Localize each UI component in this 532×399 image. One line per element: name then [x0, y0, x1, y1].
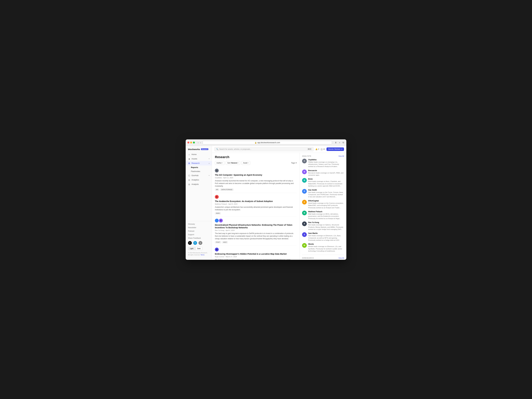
twitter-icon[interactable]: ✕ [188, 241, 192, 245]
author-filter[interactable]: Author ▾ [215, 161, 225, 165]
sidebar-podcast[interactable]: Podcast [186, 229, 212, 233]
sidebar-item-research[interactable]: ⊞ Research ▴ [186, 161, 212, 165]
nav-research-label: Research [191, 162, 200, 164]
analyst-item-7: S Sam Martin Sam leads coverage on Ether… [302, 232, 344, 241]
tag-pokt[interactable]: POKT [215, 241, 221, 243]
tag-ar[interactable]: AR [215, 189, 219, 191]
tags-button[interactable]: Tags ▾ [291, 162, 297, 164]
tag-aioz[interactable]: AIOZ [222, 241, 228, 243]
sidebar-item-flashnotes[interactable]: Flashnotes [186, 169, 212, 173]
filter-bar: Author ▾ Sort Newest ▾ Asset ▾ [215, 161, 297, 165]
right-sidebar: ANALYSTS View All O Oxpibblez Pibblez le… [300, 153, 346, 260]
tag-avax-2[interactable]: AVAX [215, 212, 221, 214]
logo-badge: Research [201, 148, 209, 150]
other-social-icon[interactable]: ● [198, 241, 202, 245]
oxresearch-section: 0XRESEARCH View All ▶ 12 hours ago How A… [302, 255, 344, 260]
sidebar-support[interactable]: Support [186, 233, 212, 236]
minimize-button[interactable] [190, 142, 192, 144]
telegram-icon[interactable]: ✈ [193, 241, 197, 245]
analysts-section-header: ANALYSTS View All [302, 155, 344, 157]
analyst-name-4[interactable]: EffortCapital [308, 200, 344, 202]
sort-filter-label: Sort [227, 162, 230, 164]
analysts-view-all-button[interactable]: View All [338, 155, 344, 157]
analyst-name-7[interactable]: Sam Martin [308, 232, 344, 234]
back-button[interactable]: ‹ [197, 141, 199, 144]
notifications-count: 0 [318, 148, 319, 150]
page-title: Research [215, 155, 297, 159]
tag-data-storage[interactable]: DATA STORAGE [220, 189, 234, 191]
sidebar-item-analytics[interactable]: ◎ Analytics [186, 178, 212, 182]
logo-text: blockworks [188, 148, 200, 150]
home-icon: ⌂ [188, 153, 190, 156]
new-tab-button[interactable]: + [338, 141, 341, 144]
forward-button[interactable]: › [200, 141, 202, 144]
article-4-title[interactable]: Embracing Hivemapper's Hidden Potential … [215, 253, 297, 255]
analyst-name-2[interactable]: Brick [308, 178, 344, 180]
article-2-title[interactable]: The Avalanche Ecosystem: An Analysis of … [215, 200, 297, 203]
article-2-meta: Matthew Fiebach · April 9, 2024 [215, 203, 297, 205]
analyst-desc-3: Dan leads coverage on the Curve, Convex,… [308, 191, 344, 198]
search-icon: 🔍 [216, 148, 218, 150]
analyst-desc-2: Brick leads coverage on Aevo, Chainlink,… [308, 180, 344, 187]
analyst-item-3: D Dan Smith Dan leads coverage on the Cu… [302, 189, 344, 198]
sidebar-item-assets[interactable]: ◈ Assets ▾ [186, 157, 212, 161]
sidebar-item-analysts[interactable]: ◎ Analysts [186, 182, 212, 186]
sort-filter[interactable]: Sort Newest ▾ [226, 161, 240, 165]
close-button[interactable] [187, 142, 189, 144]
tabs-button[interactable]: ⧉ [342, 141, 345, 144]
nav-home-label: Home [191, 153, 197, 156]
search-box[interactable]: 🔍 Search for assets, articles, or propos… [214, 147, 314, 151]
article-3-tags: POKT AIOZ [215, 241, 297, 243]
sidebar-item-reports[interactable]: Reports [186, 165, 212, 169]
maximize-button[interactable] [193, 142, 195, 144]
article-1-avatar: a [215, 169, 219, 172]
article-1-title[interactable]: The AO Computer: Spawning an Agent Econo… [215, 174, 297, 176]
address-bar[interactable]: 🔒 app.blockworksresearch.com [203, 141, 332, 144]
analyst-name-8[interactable]: Westie [308, 243, 344, 245]
article-2-avatar: A [215, 195, 219, 199]
theme-dark-button[interactable]: Dark [195, 247, 203, 250]
analysts-section-title: ANALYSTS [302, 155, 311, 157]
tags-label: Tags [291, 162, 295, 164]
credits-count: 13 [323, 148, 325, 150]
sidebar-newsletter[interactable]: Newsletter [186, 226, 212, 229]
analyst-name-0[interactable]: Oxpibblez [308, 159, 344, 161]
article-3-title[interactable]: Decentralized Physical Infrastructure Ne… [215, 224, 297, 229]
top-bar-right: 🔔 0 ◫ 13 Dennis Stücken ▾ [315, 147, 344, 151]
article-1-meta: Oxpibblez · April 11, 2024 [215, 177, 297, 179]
analyst-name-6[interactable]: Ren Yu Kong [308, 222, 344, 223]
url-text: app.blockworksresearch.com [257, 142, 280, 144]
analytics-icon: ◎ [188, 179, 190, 181]
notifications-button[interactable]: 🔔 0 [315, 148, 319, 150]
theme-light-button[interactable]: Light [188, 247, 195, 250]
govhub-chevron: ▾ [209, 175, 209, 176]
analyst-name-5[interactable]: Matthew Fiebach [308, 211, 344, 213]
analyst-desc-6: Ren leads coverage on Options, Structure… [308, 224, 344, 230]
share-button[interactable]: ⬆ [334, 141, 337, 144]
article-4-meta: Ryan Connor · March 27, 2024 [215, 256, 297, 258]
sidebar-share-feedback[interactable]: Share Feedback [186, 236, 212, 240]
asset-filter[interactable]: Asset ▾ [241, 161, 250, 165]
content-area: Research Author ▾ Sort Newest ▾ Asset [212, 153, 346, 260]
research-chevron: ▴ [209, 162, 209, 164]
oxresearch-view-all-button[interactable]: View All [338, 257, 344, 259]
assets-icon: ◈ [188, 158, 190, 160]
user-menu-button[interactable]: Dennis Stücken ▾ [326, 147, 344, 151]
analyst-name-1[interactable]: Boccaccio [308, 170, 344, 171]
article-3-meta: Ren Yu Kong · April 4, 2024 [215, 229, 297, 231]
article-4-header: H [215, 248, 297, 251]
analyst-name-3[interactable]: Dan Smith [308, 189, 344, 191]
lock-icon: 🔒 [255, 142, 257, 144]
nav-analytics-label: Analytics [191, 179, 199, 181]
nav-reports-label: Reports [191, 166, 198, 169]
article-2-tags: AVAX [215, 212, 297, 214]
analyst-avatar-8: W [302, 243, 307, 248]
research-icon: ⊞ [188, 162, 190, 164]
credits-button[interactable]: ◫ 13 [321, 148, 325, 150]
terms-link[interactable]: Terms [200, 254, 204, 256]
article-3-header: 🔷 R [215, 219, 297, 222]
sidebar-item-home[interactable]: ⌂ Home [186, 152, 212, 157]
sidebar-item-govhub[interactable]: ⬡ GovHub ▾ [186, 173, 212, 178]
sidebar-glossary[interactable]: Glossary [186, 222, 212, 226]
article-card-1: a The AO Computer: Spawning an Agent Eco… [215, 167, 297, 193]
